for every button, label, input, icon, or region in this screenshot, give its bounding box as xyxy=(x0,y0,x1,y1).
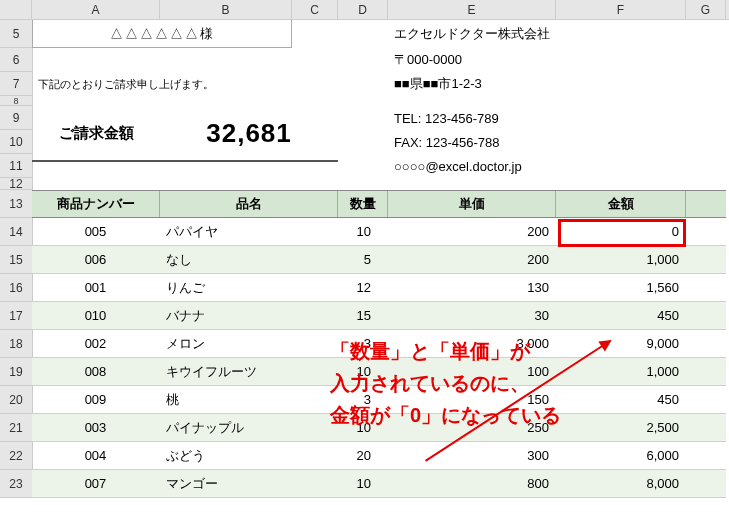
row-header-9[interactable]: 9 xyxy=(0,106,32,130)
company-name-cell[interactable]: エクセルドクター株式会社 xyxy=(388,20,726,48)
cell-item-no[interactable]: 005 xyxy=(32,218,160,245)
cell-item-no[interactable]: 009 xyxy=(32,386,160,413)
cell-item-name[interactable]: 桃 xyxy=(160,386,338,413)
row-header-11[interactable]: 11 xyxy=(0,154,32,178)
cell-item-qty[interactable]: 10 xyxy=(338,358,388,385)
col-header-f[interactable]: F xyxy=(556,0,686,19)
col-header-b[interactable]: B xyxy=(160,0,292,19)
cell-item-amount[interactable]: 2,500 xyxy=(556,414,686,441)
cell-item-no[interactable]: 007 xyxy=(32,470,160,497)
row-header-21[interactable]: 21 xyxy=(0,414,32,442)
invoice-block[interactable]: ご請求金額 32,681 xyxy=(32,106,388,130)
row-header-14[interactable]: 14 xyxy=(0,218,32,246)
table-row: 005パパイヤ102000 xyxy=(32,218,726,246)
cell-item-name[interactable]: ぶどう xyxy=(160,442,338,469)
th-name[interactable]: 品名 xyxy=(160,191,338,217)
cell-item-amount[interactable]: 1,560 xyxy=(556,274,686,301)
cell-item-qty[interactable]: 3 xyxy=(338,386,388,413)
cell-item-price[interactable]: 250 xyxy=(388,414,556,441)
invoice-amount: 32,681 xyxy=(160,106,338,160)
cell-item-name[interactable]: マンゴー xyxy=(160,470,338,497)
row-header-8[interactable]: 8 xyxy=(0,96,32,106)
th-number[interactable]: 商品ナンバー xyxy=(32,191,160,217)
table-row: 002メロン33,0009,000 xyxy=(32,330,726,358)
customer-name-cell[interactable]: △△△△△△様 xyxy=(32,20,292,48)
company-address-cell[interactable]: ■■県■■市1-2-3 xyxy=(388,72,726,96)
cell-item-qty[interactable]: 10 xyxy=(338,414,388,441)
th-qty[interactable]: 数量 xyxy=(338,191,388,217)
cell-item-price[interactable]: 200 xyxy=(388,246,556,273)
row-header-23[interactable]: 23 xyxy=(0,470,32,498)
cell-item-no[interactable]: 006 xyxy=(32,246,160,273)
row-header-20[interactable]: 20 xyxy=(0,386,32,414)
cell-item-qty[interactable]: 5 xyxy=(338,246,388,273)
cell-item-name[interactable]: パイナップル xyxy=(160,414,338,441)
cell-item-no[interactable]: 004 xyxy=(32,442,160,469)
cell-item-name[interactable]: バナナ xyxy=(160,302,338,329)
cell-item-price[interactable]: 30 xyxy=(388,302,556,329)
row-header-18[interactable]: 18 xyxy=(0,330,32,358)
row-header-13[interactable]: 13 xyxy=(0,190,32,218)
cell-item-no[interactable]: 003 xyxy=(32,414,160,441)
col-header-c[interactable]: C xyxy=(292,0,338,19)
cell-item-amount[interactable]: 450 xyxy=(556,302,686,329)
cell-item-name[interactable]: りんご xyxy=(160,274,338,301)
row-header-5[interactable]: 5 xyxy=(0,20,32,48)
cell-item-name[interactable]: キウイフルーツ xyxy=(160,358,338,385)
worksheet[interactable]: △△△△△△様 エクセルドクター株式会社 〒000-0000 下記のとおりご請求… xyxy=(32,20,726,498)
cell-item-no[interactable]: 002 xyxy=(32,330,160,357)
col-header-a[interactable]: A xyxy=(32,0,160,19)
cell-item-qty[interactable]: 10 xyxy=(338,470,388,497)
cell-item-price[interactable]: 300 xyxy=(388,442,556,469)
cell-item-amount[interactable]: 9,000 xyxy=(556,330,686,357)
cell-item-price[interactable]: 100 xyxy=(388,358,556,385)
cell-item-name[interactable]: なし xyxy=(160,246,338,273)
col-header-g[interactable]: G xyxy=(686,0,726,19)
cell-item-name[interactable]: パパイヤ xyxy=(160,218,338,245)
row-header-22[interactable]: 22 xyxy=(0,442,32,470)
cell-item-no[interactable]: 008 xyxy=(32,358,160,385)
cell-item-price[interactable]: 200 xyxy=(388,218,556,245)
row-header-15[interactable]: 15 xyxy=(0,246,32,274)
cell-item-qty[interactable]: 10 xyxy=(338,218,388,245)
cell-item-qty[interactable]: 12 xyxy=(338,274,388,301)
col-header-e[interactable]: E xyxy=(388,0,556,19)
th-price[interactable]: 単価 xyxy=(388,191,556,217)
cell-item-price[interactable]: 800 xyxy=(388,470,556,497)
row-header-16[interactable]: 16 xyxy=(0,274,32,302)
row-header-10[interactable]: 10 xyxy=(0,130,32,154)
cell-item-price[interactable]: 150 xyxy=(388,386,556,413)
row-header-7[interactable]: 7 xyxy=(0,72,32,96)
company-email-cell[interactable]: ○○○○@excel.doctor.jp xyxy=(388,154,726,178)
company-postal-cell[interactable]: 〒000-0000 xyxy=(388,48,726,72)
cell-item-name[interactable]: メロン xyxy=(160,330,338,357)
col-header-d[interactable]: D xyxy=(338,0,388,19)
company-tel-cell[interactable]: TEL: 123-456-789 xyxy=(388,106,726,130)
cell-item-no[interactable]: 001 xyxy=(32,274,160,301)
table-header-row: 商品ナンバー 品名 数量 単価 金額 xyxy=(32,190,726,218)
cell-item-amount[interactable]: 1,000 xyxy=(556,246,686,273)
row-headers: 5 6 7 8 9 10 11 12 13 14 15 16 17 18 19 … xyxy=(0,20,33,498)
cell-d5[interactable] xyxy=(338,20,388,48)
notice-cell[interactable]: 下記のとおりご請求申し上げます。 xyxy=(32,72,388,96)
row-header-6[interactable]: 6 xyxy=(0,48,32,72)
row-header-19[interactable]: 19 xyxy=(0,358,32,386)
cell-item-amount[interactable]: 450 xyxy=(556,386,686,413)
cell-item-qty[interactable]: 15 xyxy=(338,302,388,329)
th-amount[interactable]: 金額 xyxy=(556,191,686,217)
cell-item-no[interactable]: 010 xyxy=(32,302,160,329)
table-row: 006なし52001,000 xyxy=(32,246,726,274)
cell-a6[interactable] xyxy=(32,48,388,72)
cell-item-amount[interactable]: 6,000 xyxy=(556,442,686,469)
cell-item-amount[interactable]: 1,000 xyxy=(556,358,686,385)
row-header-12[interactable]: 12 xyxy=(0,178,32,190)
cell-item-qty[interactable]: 3 xyxy=(338,330,388,357)
company-fax-cell[interactable]: FAX: 123-456-788 xyxy=(388,130,726,154)
cell-item-price[interactable]: 3,000 xyxy=(388,330,556,357)
row-header-17[interactable]: 17 xyxy=(0,302,32,330)
cell-item-qty[interactable]: 20 xyxy=(338,442,388,469)
cell-item-amount[interactable]: 0 xyxy=(556,218,686,245)
cell-item-amount[interactable]: 8,000 xyxy=(556,470,686,497)
cell-item-price[interactable]: 130 xyxy=(388,274,556,301)
invoice-label: ご請求金額 xyxy=(32,106,160,160)
